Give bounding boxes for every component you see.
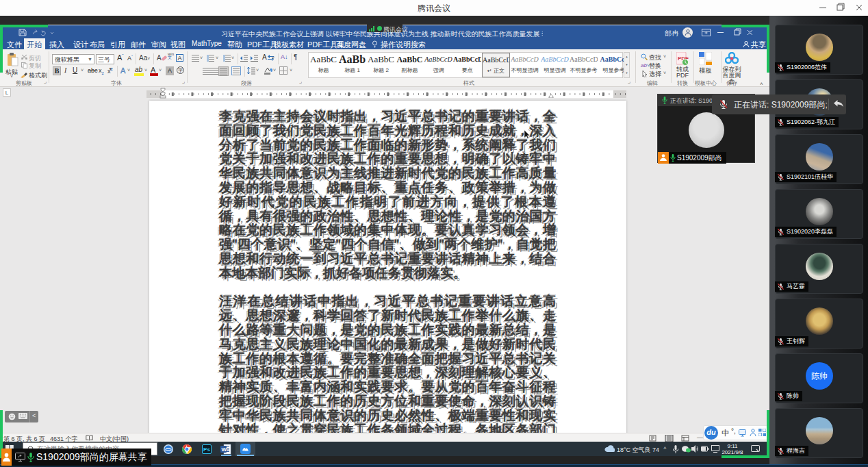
svg-text:W: W	[222, 446, 227, 453]
